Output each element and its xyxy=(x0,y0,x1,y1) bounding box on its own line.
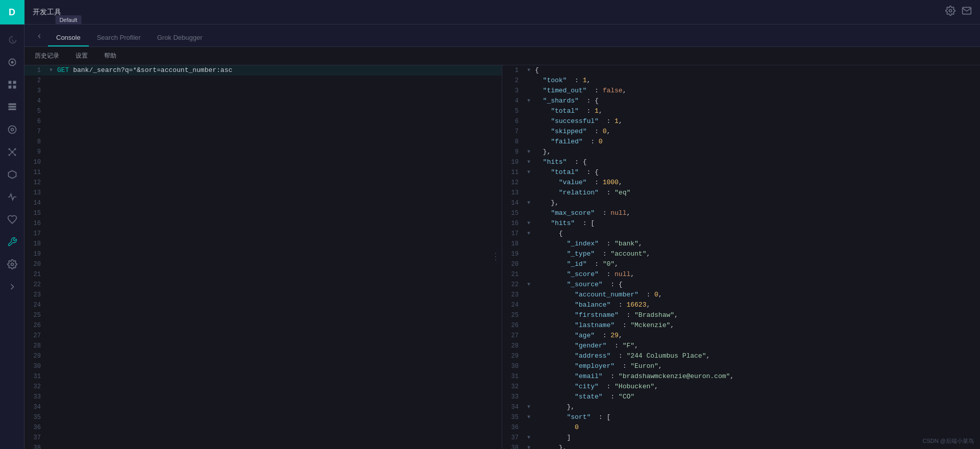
sidebar-item-visualize[interactable] xyxy=(0,73,24,96)
fold-indicator[interactable]: ▼ xyxy=(47,65,55,76)
line-number: 1 xyxy=(502,65,525,76)
right-code-editor[interactable]: 1▼{2 "took" : 1,3 "timed_out" : false,4▼… xyxy=(502,65,980,449)
tab-console[interactable]: Default Console xyxy=(48,30,89,46)
editor-area: 1▼GET bank/_search?q=*&sort=account_numb… xyxy=(24,65,980,449)
line-number: 19 xyxy=(502,249,525,259)
line-number: 13 xyxy=(502,188,525,198)
line-number: 29 xyxy=(502,351,525,361)
right-line-2: 2 "took" : 1, xyxy=(502,76,980,86)
tab-search-profiler[interactable]: Search Profiler xyxy=(89,30,149,46)
left-line-17: 17 xyxy=(24,229,502,239)
line-content: "address" : "244 Columbus Place", xyxy=(533,351,980,361)
line-number: 10 xyxy=(24,157,47,167)
svg-rect-4 xyxy=(8,86,11,89)
help-button[interactable]: 帮助 xyxy=(100,49,120,62)
left-line-32: 32 xyxy=(24,382,502,392)
right-line-12: 12 "value" : 1000, xyxy=(502,178,980,188)
line-number: 9 xyxy=(24,147,47,157)
left-line-33: 33 xyxy=(24,392,502,402)
fold-indicator[interactable]: ▼ xyxy=(525,198,533,208)
line-content: "_id" : "0", xyxy=(533,259,980,269)
line-content: { xyxy=(533,229,980,239)
line-number: 25 xyxy=(502,310,525,320)
left-code-editor[interactable]: 1▼GET bank/_search?q=*&sort=account_numb… xyxy=(24,65,502,449)
left-line-2: 2 xyxy=(24,76,502,86)
sidebar-item-discover[interactable] xyxy=(0,51,24,73)
left-line-35: 35 xyxy=(24,412,502,422)
right-line-9: 9▼ }, xyxy=(502,147,980,157)
sidebar-item-ml[interactable] xyxy=(0,141,24,163)
right-line-28: 28 "gender" : "F", xyxy=(502,341,980,351)
sidebar-item-management[interactable] xyxy=(0,253,24,276)
settings-icon[interactable] xyxy=(945,6,955,18)
line-number: 10 xyxy=(502,157,525,167)
line-content: "took" : 1, xyxy=(533,76,980,86)
line-number: 22 xyxy=(502,280,525,290)
sidebar-item-maps[interactable] xyxy=(0,118,24,141)
tab-history-back[interactable] xyxy=(31,29,48,46)
line-number: 23 xyxy=(502,290,525,300)
right-line-24: 24 "balance" : 16623, xyxy=(502,300,980,310)
right-line-22: 22▼ "_source" : { xyxy=(502,280,980,290)
line-number: 30 xyxy=(24,361,47,371)
tab-grok-debugger[interactable]: Grok Debugger xyxy=(149,30,211,46)
right-line-30: 30 "employer" : "Euron", xyxy=(502,361,980,371)
sidebar-nav xyxy=(0,24,24,302)
right-line-1: 1▼{ xyxy=(502,65,980,76)
line-content: "age" : 29, xyxy=(533,331,980,341)
fold-indicator[interactable]: ▼ xyxy=(525,147,533,157)
left-line-30: 30 xyxy=(24,361,502,371)
sidebar-item-uptime[interactable] xyxy=(0,208,24,231)
fold-indicator[interactable]: ▼ xyxy=(525,157,533,167)
right-line-34: 34▼ }, xyxy=(502,402,980,412)
fold-indicator[interactable]: ▼ xyxy=(525,402,533,412)
panel-collapse-dots[interactable]: ··· xyxy=(492,252,500,262)
settings-button[interactable]: 设置 xyxy=(71,49,92,62)
svg-rect-5 xyxy=(13,86,16,89)
fold-indicator[interactable]: ▼ xyxy=(525,65,533,76)
fold-indicator[interactable]: ▼ xyxy=(525,412,533,422)
left-line-3: 3 xyxy=(24,86,502,96)
line-number: 7 xyxy=(24,127,47,137)
line-number: 11 xyxy=(24,167,47,178)
line-number: 38 xyxy=(502,443,525,449)
watermark: CSDN @后端小菜鸟 xyxy=(923,437,974,445)
sidebar-item-apm[interactable] xyxy=(0,186,24,208)
svg-line-17 xyxy=(12,149,15,152)
sidebar-item-history[interactable] xyxy=(0,29,24,51)
line-content: "hits" : { xyxy=(533,157,980,167)
fold-indicator[interactable]: ▼ xyxy=(525,443,533,449)
right-line-23: 23 "account_number" : 0, xyxy=(502,290,980,300)
fold-indicator[interactable]: ▼ xyxy=(525,96,533,106)
mail-icon[interactable] xyxy=(962,6,972,18)
line-number: 17 xyxy=(24,229,47,239)
right-line-13: 13 "relation" : "eq" xyxy=(502,188,980,198)
line-number: 24 xyxy=(24,300,47,310)
line-number: 14 xyxy=(502,198,525,208)
fold-indicator[interactable]: ▼ xyxy=(525,218,533,229)
right-line-32: 32 "city" : "Hobucken", xyxy=(502,382,980,392)
sidebar-item-devtools[interactable] xyxy=(0,231,24,253)
svg-line-16 xyxy=(9,149,12,152)
left-line-23: 23 xyxy=(24,290,502,300)
left-line-13: 13 xyxy=(24,188,502,198)
right-line-8: 8 "failed" : 0 xyxy=(502,137,980,147)
sidebar-item-graph[interactable] xyxy=(0,163,24,186)
history-button[interactable]: 历史记录 xyxy=(31,49,63,62)
left-line-10: 10 xyxy=(24,157,502,167)
sidebar-item-dashboard[interactable] xyxy=(0,96,24,118)
fold-indicator[interactable]: ▼ xyxy=(525,229,533,239)
fold-indicator[interactable]: ▼ xyxy=(525,280,533,290)
right-line-6: 6 "successful" : 1, xyxy=(502,116,980,127)
fold-indicator[interactable]: ▼ xyxy=(525,167,533,178)
right-editor-panel: 1▼{2 "took" : 1,3 "timed_out" : false,4▼… xyxy=(502,65,980,449)
line-content: "value" : 1000, xyxy=(533,178,980,188)
right-line-33: 33 "state" : "CO" xyxy=(502,392,980,402)
right-line-3: 3 "timed_out" : false, xyxy=(502,86,980,96)
line-number: 3 xyxy=(24,86,47,96)
line-number: 20 xyxy=(24,259,47,269)
line-content: "_source" : { xyxy=(533,280,980,290)
left-line-11: 11 xyxy=(24,167,502,178)
sidebar-item-collapse[interactable] xyxy=(0,276,24,298)
fold-indicator[interactable]: ▼ xyxy=(525,433,533,443)
